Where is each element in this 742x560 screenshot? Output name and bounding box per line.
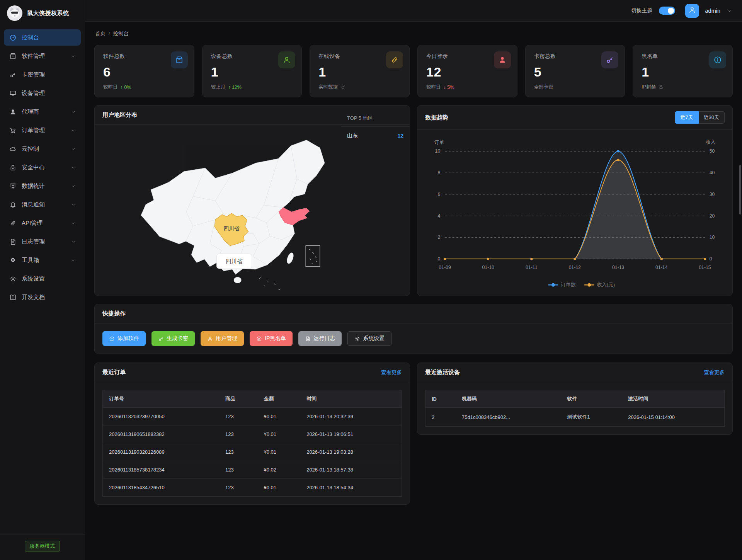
stat-sub: 较昨日↑ 0% [103, 84, 186, 90]
theme-toggle[interactable] [659, 7, 675, 15]
quick-actions-title: 快捷操作 [102, 310, 126, 317]
chevron-down-icon [71, 184, 76, 189]
svg-text:01-13: 01-13 [612, 265, 625, 270]
svg-text:收入(元): 收入(元) [597, 282, 615, 288]
chevron-down-icon [71, 239, 76, 244]
chevron-down-icon [71, 109, 76, 114]
chart-panel: 数据趋势 近7天近30天 002104206308401050订单收入01-09… [417, 105, 733, 296]
sidebar-item-设备管理[interactable]: 设备管理 [4, 85, 81, 101]
chart-board-icon [9, 182, 17, 190]
quick-action-生成卡密[interactable]: 生成卡密 [151, 331, 195, 346]
svg-text:40: 40 [710, 170, 715, 175]
orders-more-link[interactable]: 查看更多 [381, 369, 402, 376]
sidebar-item-label: 卡密管理 [22, 71, 45, 78]
chart-panel-header: 数据趋势 近7天近30天 [417, 106, 732, 130]
theme-toggle-label: 切换主题 [631, 7, 653, 14]
chevron-down-icon [71, 202, 76, 207]
range-button-近30天[interactable]: 近30天 [699, 111, 725, 124]
sidebar-item-安全中心[interactable]: 安全中心 [4, 159, 81, 175]
svg-text:4: 4 [437, 213, 440, 219]
sidebar-item-label: 云控制 [22, 145, 39, 153]
main-area: 切换主题 admin 首页/控制台 软件总数6较昨日↑ 0%设备总数1较上月↑ … [85, 0, 742, 560]
svg-text:8: 8 [437, 170, 440, 175]
svg-text:30: 30 [710, 192, 715, 197]
recent-orders-panel: 最近订单 查看更多 订单号商品金额时间202601132032397700501… [94, 363, 410, 505]
table-header: 激活时间 [622, 390, 724, 408]
cloud-icon [9, 145, 17, 153]
chevron-down-icon[interactable] [727, 8, 732, 14]
orders-table: 订单号商品金额时间20260113203239770050123¥0.01202… [103, 390, 402, 496]
sidebar-item-工具箱[interactable]: 工具箱 [4, 252, 81, 268]
sidebar-item-系统设置[interactable]: 系统设置 [4, 271, 81, 287]
map-label-sichuan: 四川省 [223, 225, 240, 231]
tables-row: 最近订单 查看更多 订单号商品金额时间202601132032397700501… [94, 363, 733, 505]
quick-action-运行日志[interactable]: 运行日志 [298, 331, 342, 346]
link-icon [9, 219, 17, 227]
quick-action-系统设置[interactable]: 系统设置 [347, 331, 391, 346]
breadcrumb-current: 控制台 [113, 31, 129, 36]
quick-action-IP黑名单[interactable]: IP黑名单 [250, 331, 293, 346]
table-row: 20260113190328126089123¥0.012026-01-13 1… [103, 443, 402, 461]
map-tooltip: 四川省 [217, 254, 252, 269]
sidebar-item-消息通知[interactable]: 消息通知 [4, 196, 81, 213]
svg-text:50: 50 [710, 148, 715, 154]
sidebar-item-日志管理[interactable]: 日志管理 [4, 233, 81, 250]
quick-actions-panel: 快捷操作 添加软件生成卡密用户管理IP黑名单运行日志系统设置 [94, 304, 733, 354]
content: 首页/控制台 软件总数6较昨日↑ 0%设备总数1较上月↑ 12%在线设备1实时数… [85, 22, 742, 505]
sidebar-item-数据统计[interactable]: 数据统计 [4, 178, 81, 194]
monitor-icon [9, 89, 17, 97]
sidebar-item-label: API管理 [22, 220, 43, 227]
quick-action-用户管理[interactable]: 用户管理 [201, 331, 244, 346]
sidebar-item-开发文档[interactable]: 开发文档 [4, 289, 81, 305]
sidebar-item-卡密管理[interactable]: 卡密管理 [4, 66, 81, 83]
svg-text:20: 20 [710, 213, 715, 219]
quick-action-添加软件[interactable]: 添加软件 [102, 331, 146, 346]
info-icon [709, 51, 726, 68]
devices-table: ID机器码软件激活时间275d1c008346cb902...测试软件12026… [425, 390, 724, 426]
plus-circle-icon [109, 336, 115, 342]
dashboard-icon [9, 34, 17, 41]
sidebar-item-label: 安全中心 [22, 164, 45, 171]
table-row: 275d1c008346cb902...测试软件12026-01-15 01:1… [425, 408, 724, 427]
top5-regions: TOP 5 地区 山东12 [341, 111, 410, 145]
chevron-down-icon [71, 165, 76, 170]
stat-card-软件总数: 软件总数6较昨日↑ 0% [94, 45, 194, 97]
panels-row: 用户地区分布 TOP 5 地区 山东12 [94, 105, 733, 296]
chart-body: 002104206308401050订单收入01-0901-1001-1101-… [417, 130, 732, 296]
breadcrumb-home[interactable]: 首页 [95, 31, 106, 36]
breadcrumb: 首页/控制台 [95, 30, 732, 37]
topbar: 切换主题 admin [85, 0, 742, 22]
x-circle-icon [256, 336, 262, 342]
chevron-down-icon [71, 258, 76, 263]
range-button-近7天[interactable]: 近7天 [675, 111, 698, 124]
sidebar-item-API管理[interactable]: API管理 [4, 215, 81, 231]
svg-text:0: 0 [437, 256, 440, 262]
sidebar-item-代理商[interactable]: 代理商 [4, 104, 81, 120]
book-icon [9, 293, 17, 301]
svg-text:01-10: 01-10 [482, 265, 494, 270]
devices-more-link[interactable]: 查看更多 [704, 369, 725, 376]
legend-item-收入(元)[interactable]: 收入(元) [584, 282, 615, 288]
stat-card-今日登录: 今日登录12较昨日↓ 5% [417, 45, 517, 97]
table-row: 20260113203239770050123¥0.012026-01-13 2… [103, 408, 402, 426]
table-row: 20260113185434726510123¥0.012026-01-13 1… [103, 479, 402, 497]
table-header: 金额 [258, 390, 301, 408]
svg-text:01-15: 01-15 [699, 265, 711, 270]
document-icon [305, 336, 311, 342]
sidebar-item-软件管理[interactable]: 软件管理 [4, 48, 81, 64]
user-icon [688, 6, 696, 15]
svg-text:01-12: 01-12 [569, 265, 581, 270]
scrollbar-thumb[interactable] [739, 165, 741, 214]
quick-actions-body: 添加软件生成卡密用户管理IP黑名单运行日志系统设置 [95, 323, 732, 354]
sidebar-item-订单管理[interactable]: 订单管理 [4, 122, 81, 138]
key-icon [158, 336, 164, 342]
chevron-down-icon [71, 221, 76, 226]
sidebar-item-控制台[interactable]: 控制台 [4, 29, 81, 46]
legend-item-订单数[interactable]: 订单数 [548, 282, 576, 288]
sidebar-item-云控制[interactable]: 云控制 [4, 141, 81, 157]
username: admin [705, 8, 721, 14]
sidebar-item-label: 工具箱 [22, 257, 39, 264]
map-tooltip-text: 四川省 [226, 258, 243, 264]
user-avatar[interactable] [685, 4, 699, 18]
document-icon [9, 238, 17, 245]
